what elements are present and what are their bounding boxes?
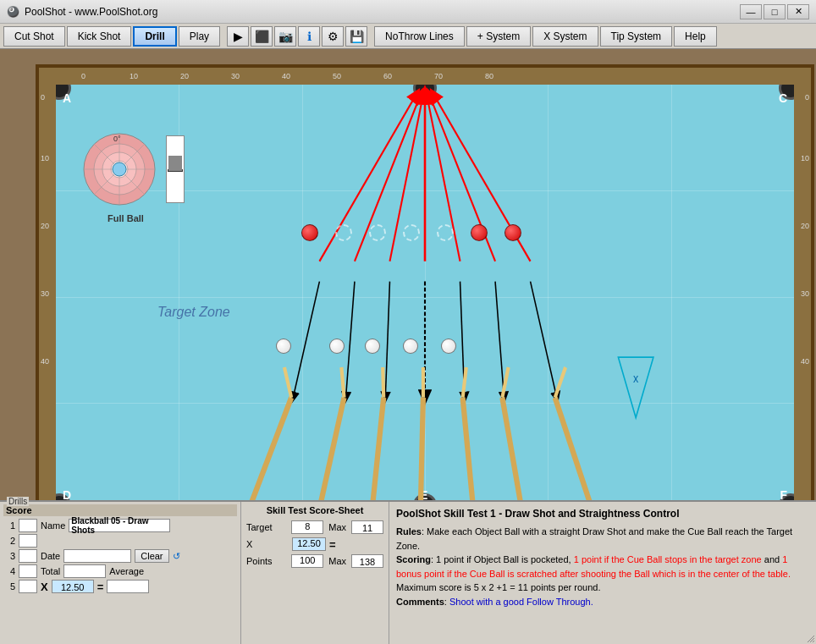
play-icon-button[interactable]: ▶ bbox=[227, 26, 249, 47]
x-system-button[interactable]: X System bbox=[532, 26, 598, 47]
sidespin-indicator bbox=[168, 156, 182, 171]
info-icon-button[interactable]: ℹ bbox=[298, 26, 320, 47]
object-ball-5 bbox=[437, 224, 454, 241]
svg-line-8 bbox=[346, 282, 355, 398]
date-label: Date bbox=[41, 551, 60, 561]
score-box-1[interactable] bbox=[19, 519, 37, 532]
bottom-panel: Score 1 Name Blackball 05 - Draw Shots 2… bbox=[0, 500, 816, 644]
skill-target-label: Target bbox=[246, 522, 286, 532]
stop-icon-button[interactable]: ⬛ bbox=[251, 26, 273, 47]
total-field[interactable] bbox=[63, 564, 106, 578]
scoring-bold-label: Scoring bbox=[396, 554, 431, 564]
grid-h3 bbox=[56, 403, 794, 404]
play-button[interactable]: Play bbox=[179, 26, 220, 47]
svg-line-28 bbox=[502, 367, 508, 398]
close-button[interactable]: ✕ bbox=[787, 4, 809, 19]
score-box-4[interactable] bbox=[19, 564, 37, 578]
refresh-icon[interactable]: ↺ bbox=[173, 551, 180, 562]
skill-points-row: Points 100 Max 138 bbox=[246, 554, 383, 568]
svg-line-17 bbox=[319, 398, 344, 509]
titlebar: 🎱 PoolShot - www.PoolShot.org — □ ✕ bbox=[0, 0, 816, 24]
plus-system-button[interactable]: + System bbox=[466, 26, 531, 47]
svg-line-29 bbox=[555, 367, 565, 398]
score-mult-row: 5 X 12.50 = bbox=[3, 580, 237, 593]
svg-line-24 bbox=[341, 367, 344, 398]
score-box-5[interactable] bbox=[19, 580, 37, 593]
skill-points-val[interactable]: 100 bbox=[291, 554, 323, 568]
svg-line-11 bbox=[460, 282, 465, 398]
svg-point-38 bbox=[113, 162, 126, 176]
tip-system-button[interactable]: Tip System bbox=[600, 26, 673, 47]
score-result[interactable] bbox=[107, 580, 149, 593]
svg-line-23 bbox=[284, 367, 291, 398]
maximize-button[interactable]: □ bbox=[764, 4, 786, 19]
ruler-top: 0 10 20 30 40 50 60 70 80 bbox=[39, 68, 811, 85]
clear-button[interactable]: Clear bbox=[135, 549, 168, 563]
skill-points-label: Points bbox=[246, 556, 286, 566]
cut-shot-button[interactable]: Cut Shot bbox=[3, 26, 65, 47]
kick-shot-button[interactable]: Kick Shot bbox=[67, 26, 132, 47]
drills-label: Drills bbox=[7, 497, 29, 506]
info-rules: Rules: Make each Object Ball with a stra… bbox=[396, 525, 809, 553]
score-row-2: 2 bbox=[3, 534, 237, 548]
label-B-top: B bbox=[420, 91, 428, 105]
ruler-right: 0 10 20 30 40 bbox=[794, 85, 811, 509]
object-ball-4 bbox=[403, 224, 420, 241]
svg-line-18 bbox=[372, 398, 383, 509]
cue-ball-3 bbox=[365, 339, 380, 354]
ruler-left: 0 10 20 30 40 bbox=[39, 85, 56, 509]
aiming-dial: 0° bbox=[81, 131, 157, 207]
score-name-row: 1 Name Blackball 05 - Draw Shots bbox=[3, 519, 237, 532]
svg-line-0 bbox=[319, 95, 416, 261]
cue-ball-4 bbox=[403, 339, 418, 354]
info-comments: Comments: Shoot with a good Follow Throu… bbox=[396, 595, 809, 609]
resize-handle[interactable] bbox=[806, 634, 816, 644]
svg-line-12 bbox=[495, 282, 504, 398]
skill-target-val[interactable]: 8 bbox=[291, 520, 323, 534]
svg-line-20 bbox=[463, 398, 473, 509]
felt-surface[interactable]: A B C D E F bbox=[56, 85, 794, 509]
object-ball-1 bbox=[301, 224, 318, 241]
score-total-row: 4 Total Average bbox=[3, 564, 237, 578]
save-icon-button[interactable]: 💾 bbox=[345, 26, 367, 47]
label-A: A bbox=[63, 91, 71, 105]
skill-max-val: 11 bbox=[351, 520, 383, 534]
skill-mult-row: X 12.50 = bbox=[246, 537, 383, 551]
settings-icon-button[interactable]: ⚙ bbox=[322, 26, 344, 47]
drill-button[interactable]: Drill bbox=[133, 26, 176, 47]
score-multiplier[interactable]: 12.50 bbox=[52, 580, 94, 593]
score-row-num-1: 1 bbox=[3, 520, 15, 531]
titlebar-controls: — □ ✕ bbox=[740, 4, 809, 19]
object-ball-6 bbox=[471, 224, 488, 241]
skill-max-label: Max bbox=[328, 522, 346, 532]
camera-icon-button[interactable]: 📷 bbox=[274, 26, 296, 47]
svg-line-42 bbox=[813, 641, 814, 642]
total-label: Total bbox=[41, 566, 60, 576]
svg-line-25 bbox=[383, 367, 383, 398]
date-field[interactable] bbox=[63, 549, 131, 563]
skill-x-val[interactable]: 12.50 bbox=[292, 537, 326, 551]
svg-line-7 bbox=[293, 282, 319, 398]
score-box-2[interactable] bbox=[19, 534, 37, 548]
titlebar-left: 🎱 PoolShot - www.PoolShot.org bbox=[7, 6, 157, 18]
score-box-3[interactable] bbox=[19, 549, 37, 563]
toolbar: Cut Shot Kick Shot Drill Play ▶ ⬛ 📷 ℹ ⚙ … bbox=[0, 24, 816, 49]
object-ball-2 bbox=[335, 224, 352, 241]
svg-marker-14 bbox=[618, 357, 653, 418]
rules-bold-label: Rules bbox=[396, 526, 422, 537]
no-throw-button[interactable]: NoThrow Lines bbox=[374, 26, 465, 47]
name-field[interactable]: Blackball 05 - Draw Shots bbox=[69, 519, 170, 532]
minimize-button[interactable]: — bbox=[740, 4, 762, 19]
grid-h2 bbox=[56, 297, 794, 298]
score-header: Score bbox=[3, 504, 237, 516]
pool-table-container: 0 10 20 30 40 50 60 70 80 0 10 20 30 40 … bbox=[0, 49, 816, 529]
full-ball-label: Full Ball bbox=[81, 213, 170, 223]
wood-frame: 0 10 20 30 40 50 60 70 80 0 10 20 30 40 … bbox=[36, 64, 814, 529]
scoring-text: : 1 point if Object Ball is pocketed, 1 … bbox=[396, 554, 791, 592]
object-ball-3 bbox=[369, 224, 386, 241]
svg-text:x: x bbox=[633, 372, 638, 385]
skill-title: Skill Test Score-Sheet bbox=[246, 505, 383, 515]
skill-target-row: Target 8 Max 11 bbox=[246, 520, 383, 534]
help-button[interactable]: Help bbox=[674, 26, 717, 47]
svg-line-16 bbox=[249, 398, 291, 509]
